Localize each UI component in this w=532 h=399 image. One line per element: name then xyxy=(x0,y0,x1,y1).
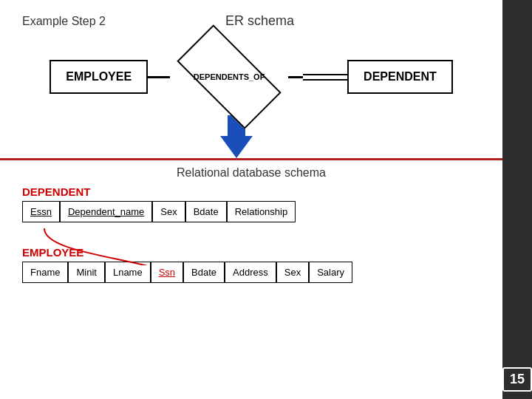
dependent-table: Essn Dependent_name Sex Bdate Relationsh… xyxy=(22,201,480,222)
right-connector xyxy=(288,76,303,78)
arrow-head xyxy=(220,136,253,158)
relationship-label: DEPENDENTS_OF xyxy=(194,72,265,81)
col-bdate-dep: Bdate xyxy=(185,201,227,222)
col-bdate-emp: Bdate xyxy=(183,262,225,283)
col-sex-dep: Sex xyxy=(152,201,185,222)
col-address: Address xyxy=(225,262,276,283)
header-area: Example Step 2 ER schema xyxy=(0,0,502,36)
col-relationship: Relationship xyxy=(227,201,296,222)
relational-section: Relational database schema DEPENDENT Ess… xyxy=(0,160,502,283)
col-salary: Salary xyxy=(309,262,352,283)
example-title: Example Step 2 xyxy=(22,15,106,28)
diamond-shape: DEPENDENTS_OF xyxy=(170,47,288,106)
sidebar: 15 xyxy=(502,0,532,399)
dependent-entity: DEPENDENT xyxy=(347,60,453,94)
col-dependent-name: Dependent_name xyxy=(60,201,152,222)
fk-arrow-svg xyxy=(22,221,170,265)
col-sex-emp: Sex xyxy=(276,262,309,283)
employee-entity: EMPLOYEE xyxy=(50,60,148,94)
er-diagram: EMPLOYEE DEPENDENTS_OF DEPENDENT xyxy=(0,40,502,114)
fk-arrow-area xyxy=(22,227,480,237)
relational-title: Relational database schema xyxy=(22,166,480,180)
page-number: 15 xyxy=(502,367,532,392)
er-title: ER schema xyxy=(225,13,294,29)
left-connector xyxy=(148,76,170,78)
double-line xyxy=(303,74,347,81)
col-essn: Essn xyxy=(22,201,60,222)
dependent-table-label: DEPENDENT xyxy=(22,185,480,198)
